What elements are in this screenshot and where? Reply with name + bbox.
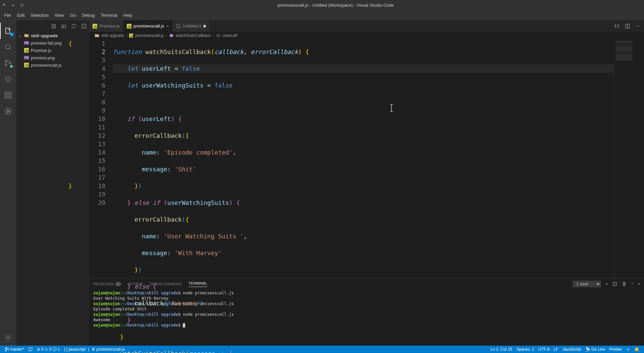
tree-item[interactable]: JS Promise.js <box>16 47 89 54</box>
tree-item-label: promisevscall.js <box>31 63 62 68</box>
tabs: JS Promise.js JS promisevscall.js × Unti… <box>89 20 644 32</box>
tab-untitled[interactable]: Untitled-1 <box>173 20 210 32</box>
new-folder-icon[interactable] <box>61 23 66 29</box>
close-tab-icon[interactable]: × <box>166 23 169 29</box>
chevron-down-icon: ⌄ <box>17 34 22 38</box>
chevron-right-icon: › <box>213 33 214 38</box>
window-title: promisevscall.js - Untitled (Workspace) … <box>30 3 641 8</box>
code-content[interactable]: function watchSuitsCallback(callback, er… <box>113 39 614 279</box>
menu-selection[interactable]: Selection <box>28 11 51 19</box>
chevron-right-icon: › <box>166 33 167 38</box>
tab-label: Promise.js <box>99 23 120 28</box>
menu-view[interactable]: View <box>52 11 67 19</box>
minimap[interactable] <box>614 39 644 279</box>
maximize-icon[interactable]: ▢ <box>20 2 23 8</box>
svg-point-3 <box>9 62 11 64</box>
folder-icon <box>23 33 30 38</box>
tree-item[interactable]: JS promisevscall.js <box>16 61 89 69</box>
activitybar: 1 <box>0 20 16 346</box>
kill-terminal-icon[interactable] <box>622 282 627 286</box>
debug-icon[interactable] <box>0 71 16 87</box>
variable-icon <box>216 33 221 38</box>
extensions-icon[interactable] <box>0 87 16 103</box>
settings-icon[interactable] <box>0 330 16 346</box>
text-cursor-icon <box>391 105 392 111</box>
svg-point-1 <box>5 60 7 62</box>
status-feedback-icon[interactable]: ☺ <box>624 347 632 352</box>
search-icon[interactable] <box>0 39 16 55</box>
svg-rect-8 <box>9 92 11 95</box>
dirty-dot-icon <box>203 25 206 27</box>
menubar: File Edit Selection View Go Debug Termin… <box>0 10 644 20</box>
status-diagnostics[interactable]: ⊘0 ⚠0 ⓘ1 <box>35 346 62 353</box>
tree-root-label: skill upgrade <box>31 33 58 38</box>
split-editor-icon[interactable] <box>625 23 630 29</box>
breadcrumb-item[interactable]: skill upgrade <box>101 33 124 38</box>
compare-icon[interactable] <box>614 23 620 29</box>
breadcrumb-item[interactable]: promisevscall.js <box>135 33 164 38</box>
tab-promise-js[interactable]: JS Promise.js <box>89 20 123 32</box>
menu-edit[interactable]: Edit <box>14 11 27 19</box>
tree-item-label: promise.png <box>31 55 55 60</box>
maximize-panel-icon[interactable]: ^ <box>631 282 633 286</box>
chevron-right-icon: › <box>126 33 127 38</box>
editor-area: JS Promise.js JS promisevscall.js × Unti… <box>89 20 644 346</box>
tree-item-label: promise fail.png <box>31 41 62 46</box>
breadcrumb-item[interactable]: userLeft <box>223 33 237 38</box>
tree-root[interactable]: ⌄ skill upgrade <box>16 32 89 39</box>
folder-icon <box>95 33 99 38</box>
refresh-icon[interactable] <box>71 23 76 29</box>
js-file-icon: JS <box>93 24 97 28</box>
source-control-icon[interactable] <box>0 55 16 71</box>
close-panel-icon[interactable]: × <box>638 282 640 286</box>
tab-promisevscall-js[interactable]: JS promisevscall.js × <box>123 20 173 32</box>
svg-point-0 <box>5 44 10 49</box>
svg-point-10 <box>7 337 9 339</box>
menu-file[interactable]: File <box>1 11 14 19</box>
svg-point-2 <box>5 64 7 66</box>
menu-go[interactable]: Go <box>67 11 78 19</box>
status-sync[interactable] <box>26 346 35 353</box>
minimize-icon[interactable]: − <box>11 2 15 8</box>
code-editor[interactable]: 1234567891011121314151617181920 function… <box>89 39 644 279</box>
run-icon[interactable] <box>0 103 16 119</box>
titlebar: ✕ − ▢ promisevscall.js - Untitled (Works… <box>0 0 644 10</box>
breadcrumb-item[interactable]: watchSuitsCallback <box>176 33 211 38</box>
svg-rect-13 <box>217 35 220 36</box>
js-file-icon: JS <box>129 34 133 38</box>
tree-item[interactable]: promise fail.png <box>16 39 89 47</box>
js-file-icon: JS <box>23 48 30 53</box>
menu-terminal[interactable]: Terminal <box>98 11 120 19</box>
svg-rect-6 <box>5 96 7 98</box>
svg-rect-5 <box>5 92 7 95</box>
explorer-icon[interactable]: 1 <box>0 23 16 39</box>
file-icon <box>176 24 181 28</box>
explorer-badge: 1 <box>10 33 14 36</box>
svg-point-4 <box>6 77 10 81</box>
svg-point-17 <box>8 349 9 350</box>
line-numbers: 1234567891011121314151617181920 <box>89 39 113 279</box>
sidebar-header <box>16 20 89 32</box>
svg-rect-7 <box>9 96 11 98</box>
svg-point-16 <box>5 350 7 351</box>
image-icon <box>23 41 30 45</box>
tree-item-label: Promise.js <box>31 48 51 53</box>
tree-item[interactable]: promise.png <box>16 54 89 61</box>
collapse-icon[interactable] <box>81 23 87 29</box>
image-icon <box>23 56 30 59</box>
menu-help[interactable]: Help <box>121 11 135 19</box>
sidebar: ⌄ skill upgrade promise fail.png JS Prom… <box>16 20 89 346</box>
close-icon[interactable]: ✕ <box>3 2 5 8</box>
js-file-icon: JS <box>127 24 131 28</box>
js-file-icon: JS <box>23 63 30 67</box>
status-branch[interactable]: master* <box>3 346 26 353</box>
svg-point-15 <box>5 348 7 349</box>
tab-label: Untitled-1 <box>183 23 202 28</box>
menu-debug[interactable]: Debug <box>79 11 97 19</box>
new-file-icon[interactable] <box>51 23 56 29</box>
tab-label: promisevscall.js <box>133 23 164 28</box>
status-bell-icon[interactable]: 🔔 <box>632 347 641 352</box>
more-icon[interactable]: ⋯ <box>636 23 640 28</box>
method-icon <box>169 33 174 38</box>
breadcrumb[interactable]: skill upgrade › JS promisevscall.js › wa… <box>89 32 644 39</box>
